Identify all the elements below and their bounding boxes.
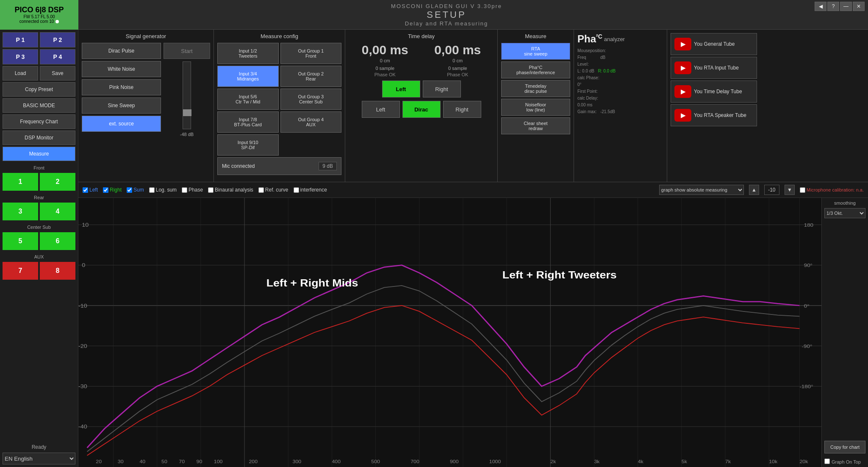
sig-gen-inner: Dirac Pulse White Noise Pink Noise Sine …	[82, 43, 210, 137]
input-12-button[interactable]: Input 1/2Tweeters	[217, 43, 279, 64]
cb-binaural-input[interactable]	[208, 187, 214, 193]
out-group-4-button[interactable]: Out Group 4AUX	[280, 111, 342, 133]
cb-mic-cal[interactable]: Microphone calibration: n.a.	[800, 187, 864, 193]
channel-3-button[interactable]: 3	[3, 203, 38, 220]
cb-binaural[interactable]: Binaural analysis	[208, 187, 253, 193]
channel-2-button[interactable]: 2	[40, 173, 75, 191]
frequency-chart-button[interactable]: Frequency Chart	[3, 114, 75, 129]
preset-p4-button[interactable]: P 4	[40, 49, 75, 64]
preset-p3-button[interactable]: P 3	[3, 49, 38, 64]
clear-sheet-button[interactable]: Clear sheetredraw	[501, 117, 570, 134]
channel-4-button[interactable]: 4	[40, 203, 75, 220]
yt-rta-speaker-button[interactable]: ▶ You RTA Speaker Tube	[671, 104, 757, 126]
mc-db-value: 9 dB	[319, 162, 337, 170]
pink-noise-button[interactable]: Pink Noise	[82, 79, 161, 95]
channel-6-button[interactable]: 6	[40, 232, 75, 250]
yt-rta-input-button[interactable]: ▶ You RTA Input Tube	[671, 57, 757, 79]
graph-down-button[interactable]: ▼	[785, 185, 795, 195]
input-34-button[interactable]: Input 3/4Midranges	[217, 66, 279, 87]
cb-left-input[interactable]	[83, 187, 88, 193]
td-left-button[interactable]: Left	[382, 81, 420, 97]
yt-rta-input-icon: ▶	[674, 61, 691, 74]
graph-on-top-checkbox[interactable]	[824, 459, 830, 464]
out-group-1-button[interactable]: Out Group 1Front	[280, 43, 342, 64]
channel-5-button[interactable]: 5	[3, 232, 38, 250]
svg-text:-90°: -90°	[802, 344, 813, 349]
minimize-button[interactable]: —	[840, 2, 852, 11]
cb-log-sum-input[interactable]	[149, 187, 155, 193]
noisefloor-button[interactable]: Noisefloorlow (line)	[501, 99, 570, 116]
yt-general-button[interactable]: ▶ You General Tube	[671, 33, 757, 55]
sig-right: Start -48 dB	[164, 43, 210, 137]
measure-button[interactable]: Measure	[3, 147, 75, 161]
cb-ref-curve[interactable]: Ref. curve	[258, 187, 288, 193]
phac-phase-button[interactable]: Pha°Cphase/interference	[501, 61, 570, 78]
svg-text:50: 50	[161, 459, 167, 464]
yt-time-delay-label: You Time Delay Tube	[694, 89, 742, 95]
cb-right[interactable]: Right	[103, 187, 122, 193]
svg-text:180: 180	[804, 222, 813, 228]
close-button[interactable]: ✕	[853, 2, 865, 11]
cb-phase[interactable]: Phase	[182, 187, 203, 193]
load-button[interactable]: Load	[3, 66, 38, 81]
cb-mic-cal-input[interactable]	[800, 187, 805, 193]
channel-8-button[interactable]: 8	[40, 262, 75, 280]
cb-interference-input[interactable]	[294, 187, 299, 193]
out-group-2-button[interactable]: Out Group 2Rear	[280, 66, 342, 87]
smoothing-select[interactable]: 1/3 Okt. 1/6 Okt. 1/12 Okt. None	[824, 208, 865, 218]
cb-sum[interactable]: Sum	[127, 187, 144, 193]
cb-sum-input[interactable]	[127, 187, 132, 193]
cb-interference[interactable]: interference	[294, 187, 327, 193]
preset-p2-button[interactable]: P 2	[40, 32, 75, 47]
help-button[interactable]: ?	[827, 2, 839, 11]
rta-sine-sweep-button[interactable]: RTAsine sweep	[501, 43, 570, 60]
language-select[interactable]: EN English	[3, 453, 75, 464]
back-button[interactable]: ◀	[815, 2, 826, 11]
dsp-monitor-button[interactable]: DSP Monitor	[3, 131, 75, 145]
logo-box: PICO 6|8 DSP FW 5.17 FL 5.00 connected c…	[0, 0, 78, 30]
mic-connected-button[interactable]: Mic connected	[222, 163, 255, 169]
input-56-button[interactable]: Input 5/6Ctr Tw / Mid	[217, 89, 279, 110]
graph-db-input[interactable]	[764, 185, 779, 195]
first-point-label: First Point:	[577, 88, 663, 95]
copy-chart-button[interactable]: Copy for chart	[824, 441, 865, 453]
input-78-button[interactable]: Input 7/8BT-Plus Card	[217, 111, 279, 133]
cb-log-sum[interactable]: Log. sum	[149, 187, 177, 193]
timedelay-button[interactable]: Timedelaydirac pulse	[501, 80, 570, 97]
load-save-row: Load Save	[3, 66, 75, 81]
svg-text:200: 200	[249, 459, 258, 464]
cb-mic-cal-label: Microphone calibration: n.a.	[807, 187, 864, 192]
cb-left[interactable]: Left	[83, 187, 98, 193]
basic-mode-button[interactable]: BASIC MODE	[3, 98, 75, 113]
analyzer-logo: Pha²C analyzer	[577, 33, 663, 45]
cb-left-label: Left	[89, 187, 98, 193]
cb-right-input[interactable]	[103, 187, 108, 193]
td-dirac-button[interactable]: Dirac	[402, 101, 441, 118]
channel-1-button[interactable]: 1	[3, 173, 38, 191]
yt-rta-speaker-icon: ▶	[674, 109, 691, 122]
cb-ref-curve-input[interactable]	[258, 187, 264, 193]
td-right-button[interactable]: Right	[423, 81, 461, 97]
cb-phase-input[interactable]	[182, 187, 187, 193]
graph-show-select[interactable]: graph show absolute measuring	[659, 185, 744, 195]
sig-gen-title: Signal generator	[82, 33, 210, 39]
dirac-pulse-button[interactable]: Dirac Pulse	[82, 43, 161, 59]
white-noise-button[interactable]: White Noise	[82, 61, 161, 77]
ext-source-button[interactable]: ext. source	[82, 116, 161, 132]
yt-time-delay-button[interactable]: ▶ You Time Delay Tube	[671, 81, 757, 103]
graph-up-button[interactable]: ▲	[749, 185, 759, 195]
sine-sweep-button[interactable]: Sine Sweep	[82, 97, 161, 114]
fader-thumb[interactable]	[183, 109, 191, 116]
svg-text:-30: -30	[78, 384, 87, 389]
copy-preset-button[interactable]: Copy Preset	[3, 82, 75, 97]
rear-label: Rear	[3, 195, 75, 200]
td-left2-button[interactable]: Left	[362, 101, 400, 118]
out-group-3-button[interactable]: Out Group 3Center Sub	[280, 89, 342, 110]
save-button[interactable]: Save	[40, 66, 75, 81]
preset-p1-button[interactable]: P 1	[3, 32, 38, 47]
start-button[interactable]: Start	[164, 43, 210, 59]
td-right2-button[interactable]: Right	[443, 101, 481, 118]
channel-7-button[interactable]: 7	[3, 262, 38, 280]
preset-row-2: P 3 P 4	[3, 49, 75, 64]
input-910-button[interactable]: Input 9/10SP-Dif	[217, 134, 279, 156]
